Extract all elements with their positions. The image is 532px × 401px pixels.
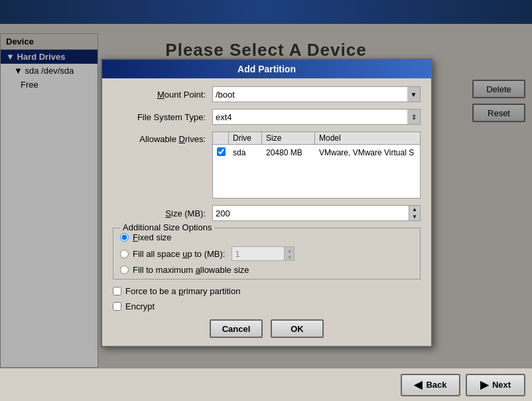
- filesystem-select-wrap: ext4 ext3 ext2 xfs swap ⇕: [212, 109, 421, 125]
- additional-size-options-legend: Additional Size Options: [120, 222, 214, 232]
- col-model-header: Model: [315, 132, 420, 144]
- drive-checkbox-cell[interactable]: [213, 146, 229, 159]
- fixed-size-label: Fixed size: [133, 232, 172, 242]
- fill-down-button: ▼: [285, 254, 294, 260]
- mount-point-row: Mount Point: /boot / /home swap ▼: [113, 86, 421, 102]
- mount-point-select[interactable]: /boot / /home swap: [212, 86, 421, 102]
- fixed-size-row: Fixed size: [120, 232, 413, 242]
- drives-table-header: Drive Size Model: [213, 132, 420, 145]
- size-input[interactable]: [212, 205, 409, 221]
- filesystem-label: File System Type:: [113, 112, 212, 122]
- back-button[interactable]: ◀ Back: [401, 374, 460, 396]
- col-drive-header: Drive: [229, 132, 262, 144]
- fill-up-to-input-wrap: ▲ ▼: [232, 246, 295, 261]
- additional-size-options-group: Additional Size Options Fixed size Fill …: [113, 228, 421, 280]
- mount-point-select-wrap: /boot / /home swap ▼: [212, 86, 421, 102]
- filesystem-row: File System Type: ext4 ext3 ext2 xfs swa…: [113, 109, 421, 125]
- mount-point-label: Mount Point:: [113, 90, 212, 100]
- fill-max-label: Fill to maximum allowable size: [133, 265, 249, 275]
- fixed-size-radio[interactable]: [120, 233, 129, 242]
- add-partition-dialog: Add Partition Mount Point: /boot / /home…: [101, 58, 432, 347]
- cancel-button[interactable]: Cancel: [210, 319, 263, 338]
- drive-name-cell: sda: [229, 147, 262, 159]
- fill-max-radio[interactable]: [120, 266, 129, 274]
- next-button[interactable]: ▶ Next: [466, 374, 525, 396]
- next-arrow-icon: ▶: [480, 378, 488, 391]
- encrypt-checkbox[interactable]: [113, 302, 121, 311]
- back-button-label: Back: [426, 380, 446, 390]
- back-arrow-icon: ◀: [414, 378, 422, 391]
- fill-up-to-input: [232, 246, 285, 261]
- col-size-header: Size: [262, 132, 315, 144]
- drive-size-cell: 20480 MB: [262, 147, 315, 159]
- encrypt-label: Encrypt: [125, 301, 155, 311]
- primary-partition-label: Force to be a primary partition: [125, 286, 240, 296]
- encrypt-row: Encrypt: [113, 301, 421, 311]
- primary-partition-row: Force to be a primary partition: [113, 286, 421, 296]
- drive-model-cell: VMware, VMware Virtual S: [315, 147, 420, 159]
- size-row: Size (MB): ▲ ▼: [113, 205, 421, 221]
- fill-up-to-label: Fill all space up to (MB):: [133, 249, 225, 259]
- next-button-label: Next: [492, 380, 511, 390]
- size-spinner: ▲ ▼: [409, 205, 421, 221]
- col-radio-header: [213, 132, 229, 144]
- fill-spinner: ▲ ▼: [285, 246, 295, 261]
- allowable-drives-label: Allowable Drives:: [113, 131, 212, 199]
- bottom-navigation-bar: ◀ Back ▶ Next: [0, 368, 532, 401]
- fill-max-row: Fill to maximum allowable size: [120, 265, 413, 275]
- modal-buttons: Cancel OK: [113, 319, 421, 338]
- fill-up-button: ▲: [285, 247, 294, 254]
- primary-partition-checkbox[interactable]: [113, 287, 121, 295]
- drives-table-body: sda 20480 MB VMware, VMware Virtual S: [213, 145, 420, 198]
- size-up-button[interactable]: ▲: [409, 206, 420, 213]
- modal-title: Add Partition: [102, 60, 431, 78]
- fill-up-to-radio[interactable]: [120, 250, 129, 258]
- filesystem-select[interactable]: ext4 ext3 ext2 xfs swap: [212, 109, 421, 125]
- drive-checkbox[interactable]: [217, 147, 226, 156]
- allowable-drives-section: Allowable Drives: Drive Size Model sda 2…: [113, 131, 421, 199]
- drives-table: Drive Size Model sda 20480 MB VMware, VM…: [212, 131, 421, 199]
- ok-button[interactable]: OK: [271, 319, 324, 338]
- modal-body: Mount Point: /boot / /home swap ▼ File S…: [102, 78, 431, 346]
- size-label: Size (MB):: [113, 208, 212, 218]
- size-input-wrap: ▲ ▼: [212, 205, 421, 221]
- size-down-button[interactable]: ▼: [409, 213, 420, 220]
- fill-up-to-row: Fill all space up to (MB): ▲ ▼: [120, 246, 413, 261]
- table-row: sda 20480 MB VMware, VMware Virtual S: [213, 145, 420, 161]
